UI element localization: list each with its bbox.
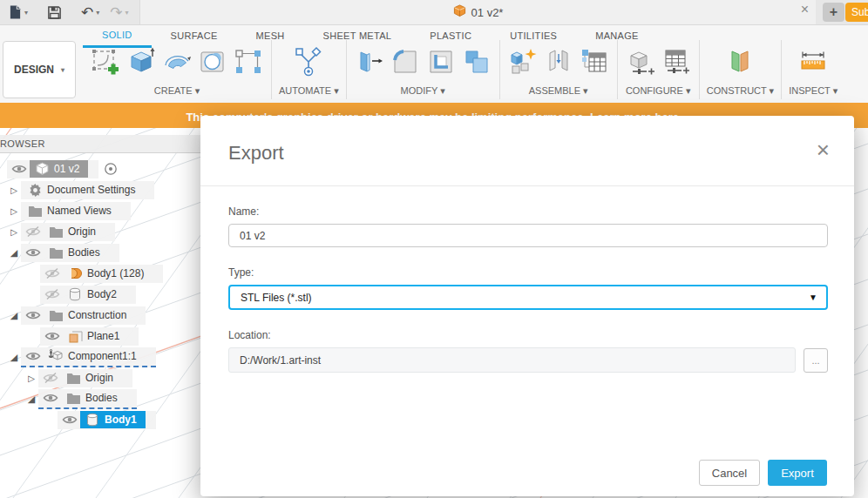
- toolbar-group-construct: CONSTRUCT ▾: [699, 40, 781, 99]
- visibility-eye-icon[interactable]: [23, 246, 44, 259]
- tree-row-origin[interactable]: ▷Origin: [0, 367, 202, 388]
- file-menu-caret-icon[interactable]: ▾: [24, 9, 28, 17]
- new-component-icon[interactable]: [507, 46, 539, 77]
- toolbar-group-label-modify[interactable]: MODIFY ▾: [401, 85, 445, 99]
- construct-plane-icon[interactable]: [724, 46, 756, 77]
- shell-icon[interactable]: [425, 46, 457, 77]
- folder-icon: [26, 205, 44, 217]
- document-tab-close-icon[interactable]: ×: [801, 2, 809, 17]
- measure-icon[interactable]: [797, 46, 829, 77]
- visibility-hidden-eye-icon[interactable]: [23, 225, 44, 238]
- toolbar-groups: CREATE ▾AUTOMATE ▾MODIFY ▾ASSEMBLE ▾CONF…: [83, 40, 844, 99]
- name-input[interactable]: [228, 224, 828, 247]
- tree-row-construction[interactable]: ◢Construction: [0, 305, 202, 326]
- browser-panel: ROWSER 01 v2▷Document Settings▷Named Vie…: [0, 135, 202, 430]
- tree-row-label: Bodies: [85, 392, 118, 404]
- export-button[interactable]: Export: [768, 460, 827, 486]
- extrude-icon[interactable]: [125, 46, 157, 77]
- tree-row-body: Bodies: [38, 389, 137, 409]
- visibility-eye-icon[interactable]: [40, 392, 61, 404]
- tree-row-body2[interactable]: Body2: [0, 284, 202, 305]
- undo-icon: ↶: [81, 5, 93, 20]
- fillet-icon[interactable]: [390, 46, 421, 77]
- redo-caret-icon[interactable]: ▾: [125, 9, 129, 17]
- expanded-expander-icon[interactable]: ◢: [24, 394, 38, 405]
- tree-row-label: Construction: [68, 309, 126, 321]
- tree-row-body: Named Views: [21, 202, 131, 220]
- tree-row-label: Body1: [105, 414, 137, 426]
- cylinder-icon: [66, 287, 84, 301]
- visibility-hidden-eye-icon[interactable]: [42, 288, 63, 300]
- toolbar-group-label-assemble[interactable]: ASSEMBLE ▾: [529, 85, 588, 99]
- undo-button[interactable]: ↶ ▾: [81, 5, 99, 20]
- toolbar-group-label-configure[interactable]: CONFIGURE ▾: [626, 85, 691, 99]
- tree-row-body: Component1:1: [21, 347, 156, 367]
- toolbar-group-label-inspect[interactable]: INSPECT ▾: [789, 85, 837, 99]
- visibility-hidden-eye-icon[interactable]: [40, 372, 61, 384]
- expanded-expander-icon[interactable]: ◢: [7, 247, 21, 259]
- create-sketch-icon[interactable]: [90, 46, 121, 77]
- dialog-title: Export: [228, 142, 284, 165]
- cube-icon: [33, 162, 51, 176]
- collapsed-expander-icon[interactable]: ▷: [7, 185, 21, 195]
- pattern-icon[interactable]: [233, 46, 264, 77]
- type-select[interactable]: STL Files (*.stl) ▼: [228, 285, 828, 310]
- browse-button[interactable]: ...: [804, 348, 828, 373]
- subscribe-button[interactable]: Subs: [845, 3, 868, 22]
- save-button[interactable]: [47, 5, 62, 20]
- tree-row-component1-1[interactable]: ◢Component1:1: [0, 347, 202, 367]
- dialog-close-icon[interactable]: ×: [817, 137, 830, 164]
- redo-button[interactable]: ↷ ▾: [110, 5, 128, 20]
- toolbar-group-label-construct[interactable]: CONSTRUCT ▾: [707, 85, 774, 99]
- press-pull-icon[interactable]: [354, 46, 385, 77]
- tree-row-plane1[interactable]: Plane1: [0, 326, 202, 347]
- tree-row-origin[interactable]: ▷Origin: [0, 221, 202, 242]
- visibility-eye-icon[interactable]: [23, 309, 44, 321]
- tree-row-bodies[interactable]: ◢Bodies: [0, 388, 202, 409]
- tree-row-document-settings[interactable]: ▷Document Settings: [0, 179, 202, 200]
- automate-icon[interactable]: [288, 46, 329, 77]
- coil-icon[interactable]: [197, 46, 228, 77]
- collapsed-expander-icon[interactable]: ▷: [7, 227, 21, 237]
- visibility-eye-icon[interactable]: [42, 330, 63, 342]
- joint-icon[interactable]: [543, 46, 574, 77]
- toolbar-group-create: CREATE ▾: [83, 40, 271, 99]
- file-menu-button[interactable]: ▾: [9, 4, 28, 20]
- toolbar-group-label-automate[interactable]: AUTOMATE ▾: [279, 85, 339, 99]
- cancel-button[interactable]: Cancel: [699, 460, 760, 486]
- new-document-button[interactable]: +: [823, 3, 844, 22]
- activate-component-icon[interactable]: [104, 162, 118, 176]
- tree-row-01-v2[interactable]: 01 v2: [0, 158, 202, 179]
- tree-row-named-views[interactable]: ▷Named Views: [0, 200, 202, 221]
- tree-row-label: Origin: [85, 372, 113, 384]
- visibility-hidden-eye-icon[interactable]: [42, 267, 63, 279]
- toolbar-group-configure: CONFIGURE ▾: [617, 40, 699, 99]
- configure-table-icon[interactable]: [661, 46, 692, 77]
- body-orange-icon: [66, 266, 84, 280]
- name-label: Name:: [228, 205, 828, 218]
- visibility-eye-icon[interactable]: [59, 414, 80, 426]
- document-tab[interactable]: 01 v2* ×: [139, 0, 816, 24]
- collapsed-expander-icon[interactable]: ▷: [7, 206, 21, 216]
- expanded-expander-icon[interactable]: ◢: [7, 352, 21, 363]
- ribbon: SOLIDSURFACEMESHSHEET METALPLASTICUTILIT…: [0, 24, 868, 103]
- folder-icon: [47, 226, 64, 238]
- browser-panel-header[interactable]: ROWSER: [0, 135, 202, 153]
- bom-icon[interactable]: [579, 46, 610, 77]
- expanded-expander-icon[interactable]: ◢: [7, 310, 21, 321]
- tree-row-body1-128[interactable]: Body1 (128): [0, 263, 202, 284]
- app-titlebar: ▾ ↶ ▾ ↷ ▾ 01 v2* × + Subs: [0, 0, 868, 25]
- tree-row-bodies[interactable]: ◢Bodies: [0, 242, 202, 263]
- revolve-icon[interactable]: [161, 46, 193, 77]
- workspace-selector[interactable]: DESIGN ▾: [3, 41, 76, 98]
- folder-icon: [64, 373, 82, 384]
- visibility-eye-icon[interactable]: [9, 163, 30, 175]
- undo-caret-icon[interactable]: ▾: [96, 9, 99, 17]
- collapsed-expander-icon[interactable]: ▷: [24, 374, 38, 383]
- document-icon: [453, 4, 466, 20]
- toolbar-group-label-create[interactable]: CREATE ▾: [154, 85, 200, 99]
- combine-icon[interactable]: [461, 46, 492, 77]
- tree-row-body1[interactable]: Body1: [0, 409, 202, 430]
- visibility-eye-icon[interactable]: [23, 350, 44, 362]
- configure-cube-icon[interactable]: [625, 46, 656, 77]
